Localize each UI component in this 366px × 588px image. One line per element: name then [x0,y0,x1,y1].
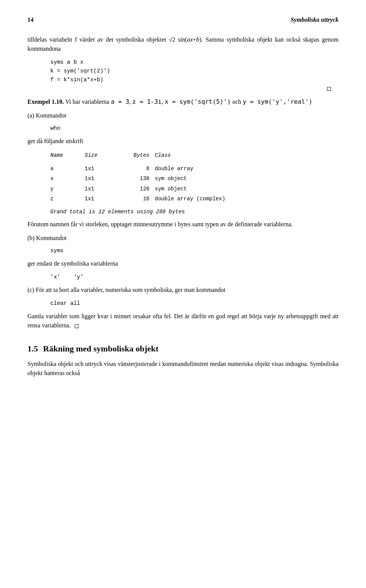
cell-name-z: z [50,194,85,204]
cell-bytes-y: 126 [119,184,149,194]
cell-size-a: 1x1 [85,164,119,174]
cell-class-y: sym object [155,184,269,194]
page-header: 14 Symboliska uttryck [27,15,339,24]
intro-math: √2 sin(ax+b). [169,36,203,43]
syms-command: syms [50,246,339,255]
cell-size-x: 1x1 [85,174,119,184]
table-row: a 1x1 8 double array [50,164,339,174]
grand-total: Grand total is 12 elements using 288 byt… [50,208,339,216]
code-line-3: f = k*sin(a*x+b) [50,76,339,84]
code-block-syms: syms a b x k = sym('sqrt(2)') f = k*sin(… [50,58,339,93]
example-label: Exempel 1.10. [27,98,64,105]
who-command: who [50,124,339,133]
qed-box-1 [50,85,339,93]
part-b-label: (b) Kommandot [27,234,339,243]
intro-text: tilldelas variabeln f värdet av det symb… [27,36,166,43]
cell-bytes-a: 8 [119,164,149,174]
part-c-label: (c) För att ta bort alla variabler, nume… [27,285,339,295]
col-header-class: Class [155,150,269,161]
cell-bytes-x: 138 [119,174,149,184]
table-header-row: Name Size Bytes Class [50,150,339,161]
table-row: y 1x1 126 sym object [50,184,339,194]
intro-paragraph: tilldelas variabeln f värdet av det symb… [27,35,339,53]
cell-size-z: 1x1 [85,194,119,204]
part-b-text: ger endast de symboliska variablerna [27,259,339,268]
cell-name-a: a [50,164,85,174]
cell-class-z: double array (complex) [155,194,269,204]
col-header-size: Size [85,150,119,161]
example-paragraph: Exempel 1.10. Vi har variablerna a = 3, … [27,97,339,106]
section-last-paragraph: Symboliska objekt och uttryck visas väns… [27,359,339,378]
who-table: Name Size Bytes Class a 1x1 8 double arr… [50,150,339,204]
part-c-text: Gamla variabler som ligger kvar i minnet… [27,312,339,330]
syms-output: 'x' 'y' [50,273,339,282]
example-text: Vi har variablerna a = 3, z = 1-3i, x = … [65,98,312,105]
table-row: x 1x1 138 sym object [50,174,339,184]
cell-size-y: 1x1 [85,184,119,194]
cell-bytes-z: 16 [119,194,149,204]
page-number: 14 [27,15,34,24]
part-a-text: ger då följande utskrift [27,137,339,146]
cell-class-x: sym object [155,174,269,184]
code-line-1: syms a b x [50,58,339,67]
col-header-bytes: Bytes [119,150,149,161]
section-number: 1.5 [27,344,38,353]
table-row: z 1x1 16 double array (complex) [50,194,339,204]
clear-all-command: clear all [50,299,339,308]
section-heading: 1.5 Räkning med symboliska objekt [27,342,339,355]
cell-name-x: x [50,174,85,184]
part-a-label: (a) Kommandot [27,111,339,120]
section-title: Räkning med symboliska objekt [43,344,159,353]
code-line-2: k = sym('sqrt(2)') [50,67,339,76]
cell-class-a: double array [155,164,269,174]
cell-name-y: y [50,184,85,194]
paragraph-after-who: Förutom namnen får vi storleken, upptage… [27,220,339,229]
chapter-title: Symboliska uttryck [291,15,339,24]
qed-box-2 [75,324,79,328]
col-header-name: Name [50,150,85,161]
